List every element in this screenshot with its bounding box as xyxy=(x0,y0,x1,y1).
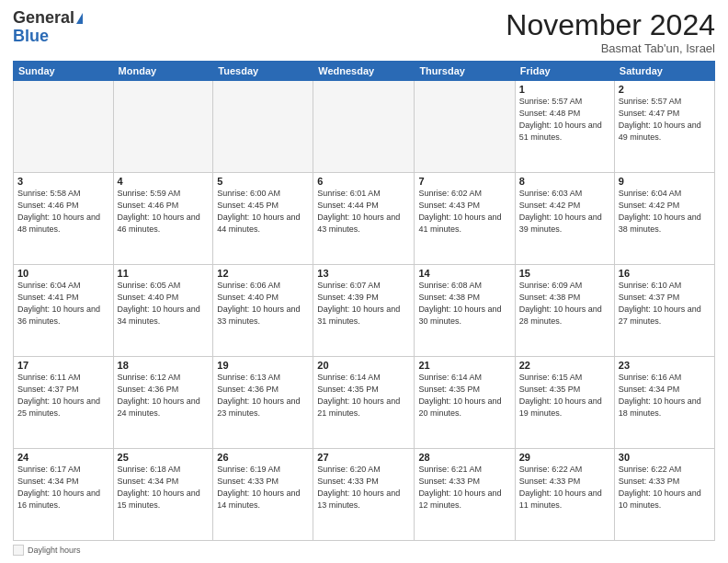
day-info: Sunrise: 6:17 AM Sunset: 4:34 PM Dayligh… xyxy=(17,464,109,511)
day-number: 27 xyxy=(317,452,410,463)
day-number: 5 xyxy=(217,176,309,187)
day-info: Sunrise: 6:22 AM Sunset: 4:33 PM Dayligh… xyxy=(619,464,711,511)
calendar-cell: 24Sunrise: 6:17 AM Sunset: 4:34 PM Dayli… xyxy=(14,449,114,541)
day-number: 15 xyxy=(519,268,610,279)
calendar-cell: 25Sunrise: 6:18 AM Sunset: 4:34 PM Dayli… xyxy=(113,449,213,541)
calendar-cell: 20Sunrise: 6:14 AM Sunset: 4:35 PM Dayli… xyxy=(313,357,415,449)
day-number: 8 xyxy=(519,176,610,187)
calendar-cell: 14Sunrise: 6:08 AM Sunset: 4:38 PM Dayli… xyxy=(415,265,515,357)
calendar-day-header: Monday xyxy=(113,62,213,81)
day-number: 14 xyxy=(418,268,510,279)
day-info: Sunrise: 6:04 AM Sunset: 4:41 PM Dayligh… xyxy=(17,280,109,327)
page: General Blue November 2024 Basmat Tab'un… xyxy=(0,0,728,563)
calendar-cell: 30Sunrise: 6:22 AM Sunset: 4:33 PM Dayli… xyxy=(614,449,714,541)
calendar-cell: 9Sunrise: 6:04 AM Sunset: 4:42 PM Daylig… xyxy=(614,173,714,265)
calendar-cell: 22Sunrise: 6:15 AM Sunset: 4:35 PM Dayli… xyxy=(515,357,614,449)
calendar-day-header: Saturday xyxy=(614,62,714,81)
calendar-cell xyxy=(415,81,515,173)
calendar-week-row: 17Sunrise: 6:11 AM Sunset: 4:37 PM Dayli… xyxy=(14,357,715,449)
calendar-day-header: Friday xyxy=(515,62,614,81)
day-info: Sunrise: 6:16 AM Sunset: 4:34 PM Dayligh… xyxy=(619,372,711,419)
day-info: Sunrise: 6:03 AM Sunset: 4:42 PM Dayligh… xyxy=(519,188,610,236)
day-info: Sunrise: 6:02 AM Sunset: 4:43 PM Dayligh… xyxy=(418,188,510,236)
calendar-cell: 11Sunrise: 6:05 AM Sunset: 4:40 PM Dayli… xyxy=(113,265,213,357)
day-number: 4 xyxy=(118,176,210,187)
calendar-week-row: 3Sunrise: 5:58 AM Sunset: 4:46 PM Daylig… xyxy=(14,173,715,265)
day-info: Sunrise: 6:13 AM Sunset: 4:36 PM Dayligh… xyxy=(217,372,309,419)
day-info: Sunrise: 6:19 AM Sunset: 4:33 PM Dayligh… xyxy=(217,464,309,511)
day-info: Sunrise: 6:05 AM Sunset: 4:40 PM Dayligh… xyxy=(118,280,210,327)
day-number: 28 xyxy=(418,452,510,463)
calendar-cell: 28Sunrise: 6:21 AM Sunset: 4:33 PM Dayli… xyxy=(415,449,515,541)
calendar-day-header: Tuesday xyxy=(213,62,313,81)
day-number: 30 xyxy=(619,452,711,463)
day-info: Sunrise: 6:01 AM Sunset: 4:44 PM Dayligh… xyxy=(317,188,410,236)
day-number: 2 xyxy=(619,84,711,95)
day-number: 12 xyxy=(217,268,309,279)
calendar-cell: 12Sunrise: 6:06 AM Sunset: 4:40 PM Dayli… xyxy=(213,265,313,357)
day-number: 13 xyxy=(317,268,410,279)
day-info: Sunrise: 6:09 AM Sunset: 4:38 PM Dayligh… xyxy=(519,280,610,327)
day-info: Sunrise: 6:06 AM Sunset: 4:40 PM Dayligh… xyxy=(217,280,309,327)
location: Basmat Tab'un, Israel xyxy=(506,41,715,55)
calendar-cell: 19Sunrise: 6:13 AM Sunset: 4:36 PM Dayli… xyxy=(213,357,313,449)
day-number: 10 xyxy=(17,268,109,279)
day-number: 23 xyxy=(619,360,711,371)
day-number: 18 xyxy=(118,360,210,371)
day-number: 29 xyxy=(519,452,610,463)
calendar-cell: 3Sunrise: 5:58 AM Sunset: 4:46 PM Daylig… xyxy=(14,173,114,265)
calendar-cell xyxy=(313,81,415,173)
legend-label: Daylight hours xyxy=(28,546,81,555)
calendar-cell: 18Sunrise: 6:12 AM Sunset: 4:36 PM Dayli… xyxy=(113,357,213,449)
calendar-day-header: Wednesday xyxy=(313,62,415,81)
day-info: Sunrise: 5:57 AM Sunset: 4:48 PM Dayligh… xyxy=(519,96,610,144)
calendar-cell: 6Sunrise: 6:01 AM Sunset: 4:44 PM Daylig… xyxy=(313,173,415,265)
day-number: 16 xyxy=(619,268,711,279)
day-info: Sunrise: 6:14 AM Sunset: 4:35 PM Dayligh… xyxy=(317,372,410,419)
day-info: Sunrise: 6:22 AM Sunset: 4:33 PM Dayligh… xyxy=(519,464,610,511)
day-info: Sunrise: 6:00 AM Sunset: 4:45 PM Dayligh… xyxy=(217,188,309,236)
calendar-cell: 27Sunrise: 6:20 AM Sunset: 4:33 PM Dayli… xyxy=(313,449,415,541)
title-block: November 2024 Basmat Tab'un, Israel xyxy=(506,9,715,55)
calendar-cell: 29Sunrise: 6:22 AM Sunset: 4:33 PM Dayli… xyxy=(515,449,614,541)
calendar-cell xyxy=(113,81,213,173)
day-number: 9 xyxy=(619,176,711,187)
calendar-cell: 17Sunrise: 6:11 AM Sunset: 4:37 PM Dayli… xyxy=(14,357,114,449)
day-number: 6 xyxy=(317,176,410,187)
day-info: Sunrise: 6:18 AM Sunset: 4:34 PM Dayligh… xyxy=(118,464,210,511)
calendar-week-row: 1Sunrise: 5:57 AM Sunset: 4:48 PM Daylig… xyxy=(14,81,715,173)
day-number: 7 xyxy=(418,176,510,187)
calendar-week-row: 24Sunrise: 6:17 AM Sunset: 4:34 PM Dayli… xyxy=(14,449,715,541)
legend-box xyxy=(13,545,24,556)
day-number: 17 xyxy=(17,360,109,371)
calendar-day-header: Thursday xyxy=(415,62,515,81)
calendar-day-header: Sunday xyxy=(14,62,114,81)
logo-general-text: General xyxy=(13,8,74,27)
calendar-table: SundayMondayTuesdayWednesdayThursdayFrid… xyxy=(13,61,715,541)
day-info: Sunrise: 6:11 AM Sunset: 4:37 PM Dayligh… xyxy=(17,372,109,419)
legend: Daylight hours xyxy=(13,545,715,556)
day-number: 3 xyxy=(17,176,109,187)
day-number: 25 xyxy=(118,452,210,463)
calendar-cell: 7Sunrise: 6:02 AM Sunset: 4:43 PM Daylig… xyxy=(415,173,515,265)
day-number: 20 xyxy=(317,360,410,371)
calendar-cell: 13Sunrise: 6:07 AM Sunset: 4:39 PM Dayli… xyxy=(313,265,415,357)
month-title: November 2024 xyxy=(506,9,715,41)
day-info: Sunrise: 6:10 AM Sunset: 4:37 PM Dayligh… xyxy=(619,280,711,327)
calendar-cell: 4Sunrise: 5:59 AM Sunset: 4:46 PM Daylig… xyxy=(113,173,213,265)
day-info: Sunrise: 6:21 AM Sunset: 4:33 PM Dayligh… xyxy=(418,464,510,511)
day-info: Sunrise: 6:12 AM Sunset: 4:36 PM Dayligh… xyxy=(118,372,210,419)
calendar-cell: 5Sunrise: 6:00 AM Sunset: 4:45 PM Daylig… xyxy=(213,173,313,265)
day-number: 24 xyxy=(17,452,109,463)
logo: General Blue xyxy=(13,9,83,46)
calendar-cell: 1Sunrise: 5:57 AM Sunset: 4:48 PM Daylig… xyxy=(515,81,614,173)
calendar-cell: 8Sunrise: 6:03 AM Sunset: 4:42 PM Daylig… xyxy=(515,173,614,265)
day-number: 26 xyxy=(217,452,309,463)
calendar-cell xyxy=(14,81,114,173)
day-number: 1 xyxy=(519,84,610,95)
calendar-cell: 2Sunrise: 5:57 AM Sunset: 4:47 PM Daylig… xyxy=(614,81,714,173)
day-info: Sunrise: 5:58 AM Sunset: 4:46 PM Dayligh… xyxy=(17,188,109,236)
calendar-cell: 21Sunrise: 6:14 AM Sunset: 4:35 PM Dayli… xyxy=(415,357,515,449)
day-info: Sunrise: 6:14 AM Sunset: 4:35 PM Dayligh… xyxy=(418,372,510,419)
day-info: Sunrise: 6:07 AM Sunset: 4:39 PM Dayligh… xyxy=(317,280,410,327)
